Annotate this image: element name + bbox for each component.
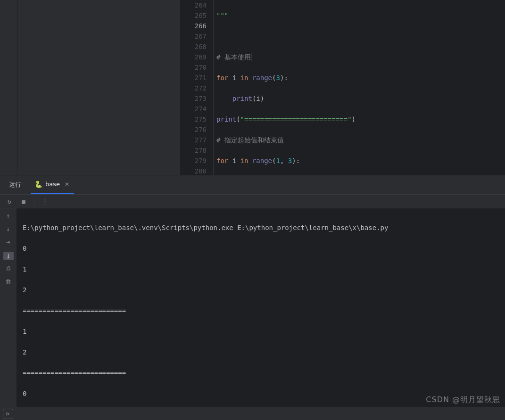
run-button[interactable]: ▷ bbox=[3, 409, 13, 419]
token-comment: # 基本使用 bbox=[216, 53, 251, 61]
run-panel: 运行 🐍 base ✕ ↻ ■ ⋮ ↑ ↓ ⇥ ⤓ ⎙ 🗑 E:\python_… bbox=[0, 175, 505, 407]
line-number: 269 bbox=[181, 52, 207, 62]
python-icon: 🐍 bbox=[34, 181, 42, 188]
console-line: 1 bbox=[23, 264, 499, 274]
scroll-to-end-icon[interactable]: ⤓ bbox=[3, 252, 14, 260]
token-keyword: for bbox=[216, 74, 228, 82]
soft-wrap-icon[interactable]: ⇥ bbox=[3, 239, 14, 247]
line-number: 273 bbox=[181, 93, 207, 104]
close-icon[interactable]: ✕ bbox=[65, 181, 69, 188]
console-line: 1 bbox=[23, 326, 499, 337]
run-tab-label: base bbox=[45, 181, 60, 188]
project-panel[interactable] bbox=[17, 0, 181, 175]
line-number: 264 bbox=[181, 0, 207, 10]
console-line: 0 bbox=[23, 388, 499, 399]
console-line: ========================== bbox=[23, 305, 499, 316]
run-header: 运行 🐍 base ✕ bbox=[0, 175, 505, 194]
line-number: 265 bbox=[181, 10, 207, 21]
line-number: 266 bbox=[181, 21, 207, 31]
line-number: 277 bbox=[181, 135, 207, 145]
run-toolbar: ↻ ■ ⋮ bbox=[0, 194, 505, 208]
rerun-icon[interactable]: ↻ bbox=[6, 198, 13, 205]
status-bar: ▷ bbox=[0, 407, 505, 420]
run-panel-title: 运行 bbox=[7, 181, 23, 189]
line-number: 275 bbox=[181, 114, 207, 124]
console-line: 2 bbox=[23, 347, 499, 357]
line-number: 267 bbox=[181, 31, 207, 41]
line-gutter: 264 265 266 267 268 269 270 271 272 273 … bbox=[181, 0, 214, 175]
run-body: ↑ ↓ ⇥ ⤓ ⎙ 🗑 E:\python_project\learn_base… bbox=[0, 208, 505, 407]
line-number: 272 bbox=[181, 83, 207, 93]
line-number: 274 bbox=[181, 104, 207, 114]
stop-icon[interactable]: ■ bbox=[20, 198, 27, 205]
console-output[interactable]: E:\python_project\learn_base\.venv\Scrip… bbox=[17, 208, 505, 407]
tool-stripe-left[interactable] bbox=[0, 0, 17, 175]
line-number: 278 bbox=[181, 145, 207, 156]
console-line: 2 bbox=[23, 285, 499, 295]
line-number: 270 bbox=[181, 62, 207, 73]
separator bbox=[34, 197, 34, 206]
token-string: """ bbox=[216, 12, 228, 19]
ide-window: 264 265 266 267 268 269 270 271 272 273 … bbox=[0, 0, 505, 420]
up-icon[interactable]: ↑ bbox=[3, 212, 14, 221]
trash-icon[interactable]: 🗑 bbox=[3, 278, 14, 287]
down-icon[interactable]: ↓ bbox=[3, 225, 14, 234]
run-tab[interactable]: 🐍 base ✕ bbox=[31, 175, 74, 194]
console-actions: ↑ ↓ ⇥ ⤓ ⎙ 🗑 bbox=[0, 208, 17, 407]
text-caret bbox=[251, 53, 251, 61]
line-number: 271 bbox=[181, 73, 207, 83]
line-number: 279 bbox=[181, 156, 207, 166]
code-editor[interactable]: 264 265 266 267 268 269 270 271 272 273 … bbox=[181, 0, 505, 175]
console-line: ========================== bbox=[23, 368, 499, 378]
editor-area: 264 265 266 267 268 269 270 271 272 273 … bbox=[0, 0, 505, 175]
line-number: 280 bbox=[181, 166, 207, 175]
line-number: 268 bbox=[181, 41, 207, 52]
line-number: 276 bbox=[181, 124, 207, 135]
console-command: E:\python_project\learn_base\.venv\Scrip… bbox=[23, 222, 499, 233]
more-icon[interactable]: ⋮ bbox=[41, 198, 49, 205]
code-content[interactable]: """ # 基本使用 for i in range(3): print(i) p… bbox=[214, 0, 505, 175]
print-icon[interactable]: ⎙ bbox=[3, 265, 14, 273]
console-line: 0 bbox=[23, 243, 499, 254]
